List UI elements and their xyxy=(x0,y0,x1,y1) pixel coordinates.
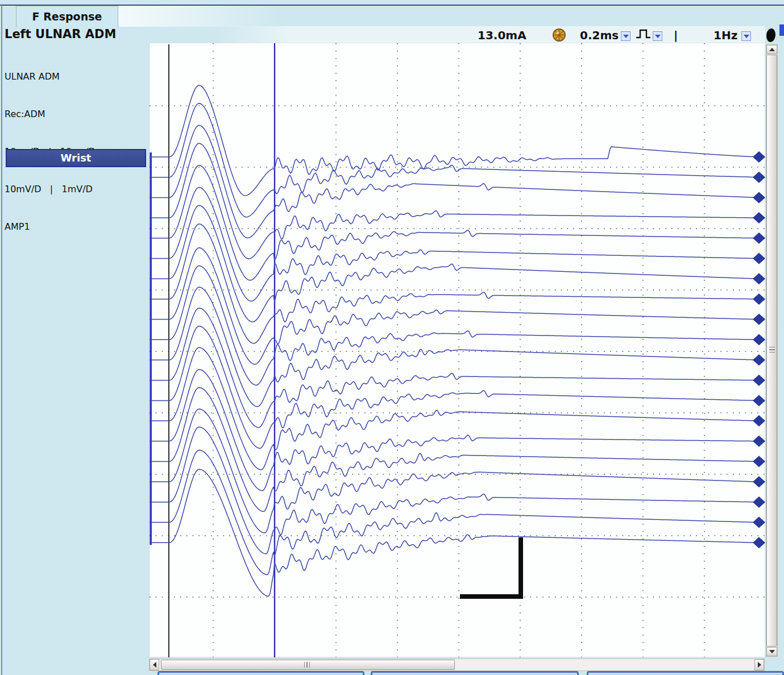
emg-trace-7 xyxy=(150,205,765,322)
emg-trace-16 xyxy=(150,388,765,512)
f-latency-marker-8[interactable] xyxy=(753,293,765,305)
arrow-right-icon xyxy=(758,662,761,668)
emg-trace-17 xyxy=(150,409,765,533)
f-latency-marker-17[interactable] xyxy=(753,476,765,487)
arrow-down-icon xyxy=(769,650,775,653)
tab-f-response[interactable]: F Response xyxy=(16,6,118,27)
pulse-duration-dropdown[interactable] xyxy=(621,31,630,41)
f-latency-marker-14[interactable] xyxy=(753,415,765,426)
bottom-panel-2[interactable] xyxy=(371,671,579,675)
f-latency-marker-12[interactable] xyxy=(753,375,765,386)
emg-trace-3 xyxy=(150,126,765,238)
stim-site-wrist-button[interactable]: Wrist xyxy=(6,149,146,167)
f-latency-marker-18[interactable] xyxy=(753,496,765,508)
settings-line-gain: 10mV/D | 1mV/D xyxy=(5,183,147,196)
stim-site-label: Wrist xyxy=(61,152,92,164)
chevron-down-icon xyxy=(744,35,749,38)
scale-bar-vertical xyxy=(518,537,523,599)
emg-trace-15 xyxy=(150,370,765,491)
toolbar-separator: | xyxy=(674,28,678,42)
scroll-left-button[interactable] xyxy=(150,659,159,670)
vertical-scrollbar[interactable] xyxy=(766,44,778,657)
f-latency-marker-20[interactable] xyxy=(753,537,765,548)
f-latency-marker-10[interactable] xyxy=(753,334,765,345)
scrollbar-grip-icon xyxy=(769,347,775,354)
settings-line-recording-site: Rec:ADM xyxy=(5,108,147,121)
pulse-duration-value[interactable]: 0.2ms xyxy=(580,28,619,42)
emg-trace-4 xyxy=(150,143,765,259)
emg-trace-2 xyxy=(150,103,765,217)
emg-trace-12 xyxy=(150,308,765,428)
settings-line-amplifier: AMP1 xyxy=(5,221,147,233)
f-latency-marker-16[interactable] xyxy=(753,456,765,467)
f-latency-marker-2[interactable] xyxy=(753,172,765,183)
pulse-waveform-dropdown[interactable] xyxy=(653,31,662,41)
settings-line-channel: ULNAR ADM xyxy=(5,71,147,83)
tab-label: F Response xyxy=(32,10,102,23)
f-latency-marker-11[interactable] xyxy=(753,354,765,366)
scroll-up-button[interactable] xyxy=(766,45,777,54)
vertical-scrollbar-thumb[interactable] xyxy=(766,55,777,647)
page-title: Left ULNAR ADM xyxy=(5,27,147,41)
plot-container[interactable] xyxy=(149,43,765,657)
horizontal-scrollbar[interactable] xyxy=(149,659,765,671)
tab-bar-strip xyxy=(118,6,277,27)
emg-trace-6 xyxy=(150,188,765,301)
emg-trace-10 xyxy=(150,266,765,385)
emg-trace-19 xyxy=(150,450,765,575)
scroll-down-button[interactable] xyxy=(766,647,777,656)
pulse-waveform-icon xyxy=(636,28,652,42)
arrow-left-icon xyxy=(153,662,156,668)
corner-panel-fragment xyxy=(779,24,784,36)
emg-trace-5 xyxy=(150,165,765,280)
f-latency-marker-7[interactable] xyxy=(753,273,765,284)
scale-bar-horizontal xyxy=(460,594,523,599)
emg-trace-1 xyxy=(150,85,765,196)
chevron-down-icon xyxy=(655,35,661,38)
acquisition-settings: ULNAR ADM Rec:ADM 10ms/D | 10ms/D 10mV/D… xyxy=(5,45,147,246)
emg-trace-13 xyxy=(150,326,765,449)
arrow-up-icon xyxy=(769,48,775,51)
stim-intensity-knob-icon[interactable] xyxy=(552,28,566,44)
stim-intensity-value[interactable]: 13.0mA xyxy=(478,28,526,42)
f-latency-marker-13[interactable] xyxy=(753,395,765,406)
waveform-plot[interactable] xyxy=(150,43,765,657)
bottom-panel-1[interactable] xyxy=(157,671,364,675)
emg-trace-8 xyxy=(150,224,765,343)
stim-rate-value[interactable]: 1Hz xyxy=(714,28,737,42)
f-latency-marker-4[interactable] xyxy=(753,212,765,223)
chevron-down-icon xyxy=(623,35,629,38)
stimulator-probe-icon xyxy=(766,28,776,43)
f-latency-marker-15[interactable] xyxy=(753,436,765,447)
scrollbar-grip-icon xyxy=(304,662,312,668)
f-latency-marker-19[interactable] xyxy=(753,517,765,528)
bottom-panel-3[interactable] xyxy=(587,671,784,675)
emg-trace-20 xyxy=(150,469,765,596)
window-left-border xyxy=(1,5,2,675)
stim-rate-dropdown[interactable] xyxy=(741,31,751,41)
f-latency-marker-3[interactable] xyxy=(753,192,765,203)
emg-trace-9 xyxy=(150,248,765,365)
horizontal-scrollbar-thumb[interactable] xyxy=(161,660,455,670)
f-latency-marker-6[interactable] xyxy=(753,253,765,264)
f-latency-marker-5[interactable] xyxy=(753,233,765,244)
stimulus-artifact-column xyxy=(150,152,152,545)
f-latency-marker-9[interactable] xyxy=(753,314,765,325)
scroll-right-button[interactable] xyxy=(754,659,764,670)
f-latency-marker-1[interactable] xyxy=(753,151,765,163)
